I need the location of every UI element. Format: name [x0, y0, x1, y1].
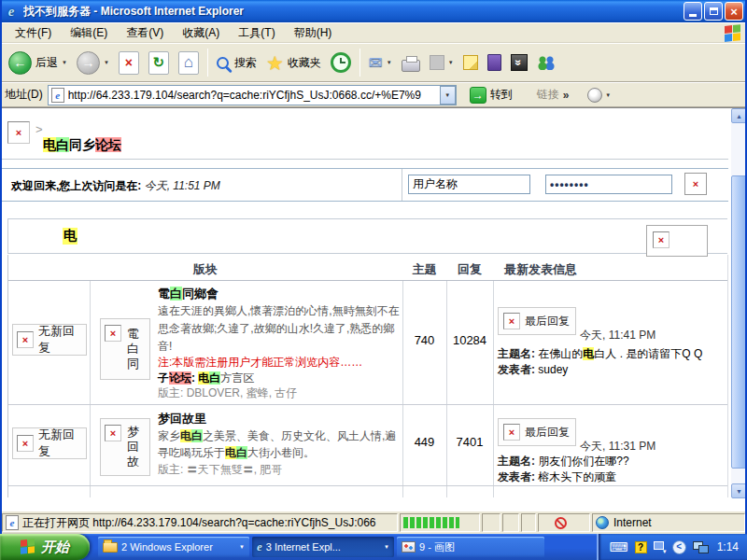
hide-icons-chevron[interactable]: < [672, 540, 686, 554]
taskbar-clock: 1:14 [717, 540, 739, 553]
back-button[interactable]: ← 后退 ▼ [4, 49, 72, 77]
address-url[interactable]: http://64.233.179.104/search?q=cache:riY… [68, 89, 440, 102]
subforum-line[interactable]: 子论坛: 电白方言区 [158, 371, 254, 386]
search-button[interactable]: 搜索 [212, 53, 261, 73]
header-lastpost: 最新发表信息 [504, 261, 577, 278]
network-tray-icon[interactable] [693, 541, 709, 553]
go-button[interactable]: → 转到 [464, 86, 518, 105]
menu-tools[interactable]: 工具(T) [229, 22, 284, 44]
broken-image-icon: × [503, 313, 520, 329]
welcome-label: 欢迎回来,您上次访问是在: [11, 179, 141, 192]
forum-description: 家乡电白之美景、美食、历史文化、风土人情,遍寻吃喝玩乐于电白大街小巷间。 [158, 427, 402, 461]
chevrons-down-icon: » [511, 54, 528, 71]
keyboard-tray-icon[interactable]: ⌨ [609, 540, 627, 553]
forum-vertical-label: 梦回故 [127, 425, 141, 469]
forum-vertical-label: 電白同 [127, 327, 141, 371]
last-post-time: 今天, 11:31 PM [580, 439, 655, 455]
start-button[interactable]: 开始 [0, 534, 90, 560]
research-button[interactable] [483, 52, 506, 73]
throbber-icon [587, 88, 602, 103]
login-broken-image-button[interactable]: × [684, 173, 707, 195]
window-border-left [0, 0, 2, 534]
menu-edit[interactable]: 编辑(E) [61, 22, 117, 44]
task-label: 3 Internet Expl... [266, 541, 341, 553]
notes-button[interactable] [458, 53, 483, 72]
broken-image-icon: × [105, 425, 121, 441]
username-input[interactable] [408, 175, 530, 194]
header-topics: 主题 [402, 261, 446, 278]
forum-icon-box: × 電白同 [100, 318, 150, 380]
mail-button[interactable]: ✉ ▼ [364, 52, 397, 73]
menu-favorites[interactable]: 收藏(A) [173, 22, 229, 44]
address-input[interactable]: e http://64.233.179.104/search?q=cache:r… [48, 85, 457, 105]
throbber-dropdown-icon[interactable]: ▼ [605, 92, 611, 98]
back-icon: ← [8, 51, 32, 75]
forward-dropdown-icon[interactable]: ▼ [104, 60, 109, 65]
password-input[interactable] [545, 175, 672, 194]
ie-icon: e [257, 539, 262, 554]
forum-table: 版块 主题 回复 最新发表信息 × 无新回复 × 電白同 電白同鄉會 遠在天涯的… [7, 255, 728, 497]
header-forum: 版块 [8, 261, 402, 278]
history-button[interactable] [326, 50, 356, 75]
back-dropdown-icon[interactable]: ▼ [62, 60, 67, 65]
last-post-topic[interactable]: 主题名: 在佛山的电白人 . 是的请留下Q Q [498, 346, 727, 362]
search-widget-box[interactable]: × [646, 225, 708, 257]
menu-file[interactable]: 文件(F) [6, 22, 61, 44]
print-icon [402, 60, 420, 72]
menu-view[interactable]: 查看(V) [117, 22, 173, 44]
group-dropdown-icon[interactable]: ▼ [239, 544, 245, 550]
menu-help[interactable]: 帮助(H) [285, 22, 342, 44]
page-icon: e [51, 88, 64, 103]
updates-tray-icon[interactable]: ▼ [654, 540, 666, 554]
history-icon [331, 52, 351, 73]
forum-note: 注:本版需注册用户才能正常浏览内容…… [158, 355, 402, 371]
links-overflow-icon[interactable]: » [563, 89, 570, 102]
progress-fill [403, 517, 459, 528]
forward-button[interactable]: → ▼ [72, 49, 114, 77]
home-button[interactable]: ⌂ [174, 49, 204, 77]
task-windows-explorer[interactable]: 2 Windows Explorer ▼ [98, 537, 249, 557]
replies-count: 10284 [446, 333, 493, 347]
address-label: 地址(D) [5, 87, 43, 103]
minimize-button[interactable] [684, 2, 702, 21]
welcome-message: 欢迎回来,您上次访问是在: 今天, 11:51 PM [11, 178, 220, 194]
task-internet-explorer[interactable]: e 3 Internet Expl... ▼ [252, 537, 394, 557]
address-dropdown-icon[interactable]: ▼ [440, 86, 456, 105]
mail-dropdown-icon[interactable]: ▼ [387, 60, 392, 65]
task-label: 9 - 画图 [419, 540, 455, 554]
forum-link[interactable]: 梦回故里 [158, 411, 206, 427]
print-button[interactable] [397, 52, 425, 74]
last-post-author[interactable]: 发表者: 榕木头下的顽童 [498, 469, 616, 485]
go-label: 转到 [490, 87, 513, 103]
help-tray-icon[interactable]: ? [635, 541, 647, 553]
standard-toolbar: ← 后退 ▼ → ▼ × ↻ ⌂ 搜索 ★ 收藏夹 ✉ [0, 43, 747, 82]
privacy-pane[interactable] [538, 513, 590, 532]
forum-link[interactable]: 電白同鄉會 [158, 286, 218, 302]
close-button[interactable]: × [725, 2, 743, 21]
messenger-button[interactable] [532, 53, 560, 72]
browser-viewport: × > 电白同乡论坛 欢迎回来,您上次访问是在: 今天, 11:51 PM × … [0, 107, 747, 511]
last-reply-button[interactable]: × 最后回复 [498, 307, 576, 335]
broken-image-icon: × [105, 325, 121, 342]
restore-button[interactable] [704, 2, 723, 21]
last-post-topic[interactable]: 主题名: 朋友们你们在哪?? [498, 454, 629, 469]
last-reply-button[interactable]: × 最后回复 [498, 418, 576, 446]
links-label[interactable]: 链接 [537, 87, 559, 103]
internet-globe-icon [596, 516, 609, 529]
page-icon: e [6, 515, 19, 530]
task-paint[interactable]: 9 - 画图 [397, 537, 544, 557]
note-icon [463, 55, 478, 70]
stop-icon: × [119, 51, 139, 75]
topics-count: 449 [402, 435, 446, 449]
group-dropdown-icon[interactable]: ▼ [384, 544, 389, 550]
last-visit-time: 今天, 11:51 PM [145, 179, 220, 192]
screen: e 找不到服务器 - Microsoft Internet Explorer ×… [0, 0, 747, 560]
favorites-button[interactable]: ★ 收藏夹 [261, 51, 326, 75]
stop-button[interactable]: × [114, 49, 144, 77]
last-reply-label: 最后回复 [525, 425, 570, 441]
download-manager-button[interactable]: » [506, 52, 532, 73]
refresh-button[interactable]: ↻ [144, 49, 174, 77]
last-post-author[interactable]: 发表者: sudey [498, 362, 568, 378]
forum-logo-title[interactable]: 电白同乡论坛 [43, 137, 121, 154]
security-zone-pane: Internet [592, 513, 745, 532]
